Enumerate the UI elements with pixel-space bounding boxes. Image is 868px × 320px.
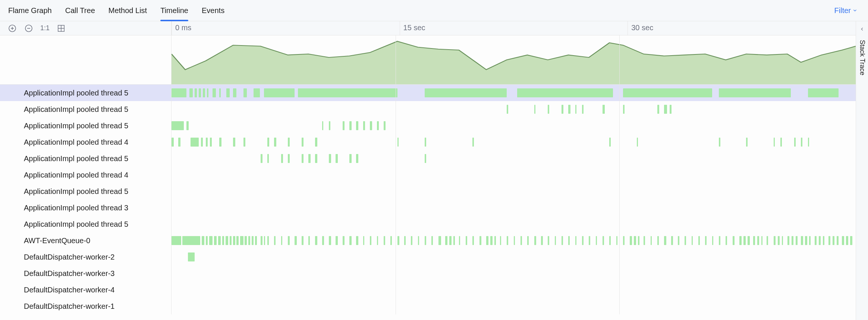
thread-lane[interactable] — [172, 265, 856, 282]
activity-segment — [582, 236, 584, 245]
activity-segment — [356, 236, 358, 245]
thread-row[interactable]: ApplicationImpl pooled thread 5 — [0, 101, 856, 117]
activity-segment — [527, 236, 529, 245]
thread-row[interactable]: ApplicationImpl pooled thread 4 — [0, 134, 856, 150]
activity-segment — [189, 88, 193, 97]
activity-segment — [507, 236, 508, 245]
scale-one-to-one-button[interactable]: 1:1 — [40, 24, 50, 32]
activity-segment — [833, 236, 835, 245]
activity-segment — [261, 236, 263, 245]
thread-row[interactable]: ApplicationImpl pooled thread 5 — [0, 150, 856, 167]
activity-segment — [517, 88, 613, 97]
tab-call-tree[interactable]: Call Tree — [65, 0, 95, 21]
thread-label[interactable]: ApplicationImpl pooled thread 5 — [0, 117, 172, 134]
thread-lane[interactable] — [172, 150, 856, 167]
activity-segment — [411, 236, 412, 245]
activity-segment — [748, 236, 750, 245]
activity-segment — [596, 236, 597, 245]
tab-method-list[interactable]: Method List — [108, 0, 147, 21]
thread-row[interactable]: DefaultDispatcher-worker-4 — [0, 282, 856, 298]
activity-segment — [172, 121, 184, 130]
thread-lane[interactable] — [172, 232, 856, 249]
thread-row[interactable]: AWT-EventQueue-0 — [0, 232, 856, 249]
activity-segment — [219, 138, 221, 147]
zoom-in-button[interactable] — [7, 23, 17, 33]
stack-trace-side-tab[interactable]: Stack Trace — [856, 21, 868, 320]
activity-segment — [438, 236, 441, 245]
activity-segment — [425, 236, 426, 245]
thread-row[interactable]: ApplicationImpl pooled thread 4 — [0, 167, 856, 183]
thread-lane[interactable] — [172, 85, 856, 101]
thread-label[interactable]: ApplicationImpl pooled thread 5 — [0, 150, 172, 167]
thread-lane[interactable] — [172, 298, 856, 314]
thread-row[interactable]: DefaultDispatcher-worker-1 — [0, 298, 856, 314]
activity-segment — [349, 154, 352, 163]
overview-chart[interactable] — [172, 35, 856, 84]
activity-segment — [288, 154, 290, 163]
thread-row[interactable]: ApplicationImpl pooled thread 5 — [0, 216, 856, 232]
time-ruler[interactable]: 0 ms15 sec30 sec — [172, 21, 856, 35]
activity-segment — [315, 154, 317, 163]
activity-segment — [336, 154, 338, 163]
activity-segment — [384, 236, 385, 245]
activity-segment — [252, 236, 254, 245]
thread-label[interactable]: DefaultDispatcher-worker-2 — [0, 249, 172, 265]
thread-row[interactable]: DefaultDispatcher-worker-3 — [0, 265, 856, 282]
thread-row[interactable]: ApplicationImpl pooled thread 3 — [0, 200, 856, 216]
activity-segment — [767, 236, 768, 245]
activity-segment — [349, 236, 352, 245]
thread-lane[interactable] — [172, 183, 856, 200]
thread-label[interactable]: ApplicationImpl pooled thread 5 — [0, 183, 172, 200]
thread-lane[interactable] — [172, 216, 856, 232]
thread-label[interactable]: AWT-EventQueue-0 — [0, 232, 172, 249]
thread-lane[interactable] — [172, 101, 856, 117]
activity-segment — [685, 236, 686, 245]
tab-events[interactable]: Events — [202, 0, 224, 21]
tab-flame-graph[interactable]: Flame Graph — [8, 0, 52, 21]
thread-label[interactable]: ApplicationImpl pooled thread 5 — [0, 216, 172, 232]
thread-label[interactable]: DefaultDispatcher-worker-4 — [0, 282, 172, 298]
thread-label[interactable]: ApplicationImpl pooled thread 5 — [0, 101, 172, 117]
thread-label[interactable]: ApplicationImpl pooled thread 4 — [0, 134, 172, 150]
activity-segment — [210, 138, 212, 147]
thread-lane[interactable] — [172, 200, 856, 216]
thread-lane[interactable] — [172, 282, 856, 298]
thread-lane[interactable] — [172, 167, 856, 183]
thread-label[interactable]: ApplicationImpl pooled thread 4 — [0, 167, 172, 183]
overview-row — [0, 35, 856, 85]
thread-label[interactable]: DefaultDispatcher-worker-1 — [0, 298, 172, 314]
thread-lane[interactable] — [172, 134, 856, 150]
thread-row[interactable]: ApplicationImpl pooled thread 5 — [0, 183, 856, 200]
activity-segment — [657, 236, 659, 245]
tab-timeline[interactable]: Timeline — [160, 0, 188, 21]
thread-label[interactable]: ApplicationImpl pooled thread 3 — [0, 200, 172, 216]
activity-segment — [757, 236, 760, 245]
thread-row[interactable]: DefaultDispatcher-worker-2 — [0, 249, 856, 265]
activity-segment — [796, 236, 798, 245]
activity-segment — [472, 138, 474, 147]
activity-segment — [562, 105, 564, 114]
activity-segment — [805, 236, 807, 245]
activity-segment — [206, 236, 208, 245]
activity-segment — [384, 121, 386, 130]
ruler-tick — [400, 21, 400, 35]
activity-segment — [534, 105, 536, 114]
thread-row[interactable]: ApplicationImpl pooled thread 5 — [0, 117, 856, 134]
thread-row[interactable]: ApplicationImpl pooled thread 5 — [0, 85, 856, 101]
activity-segment — [823, 236, 824, 245]
activity-segment — [363, 236, 365, 245]
thread-lane[interactable] — [172, 117, 856, 134]
zoom-out-button[interactable] — [24, 23, 34, 33]
activity-segment — [692, 236, 693, 245]
filter-dropdown[interactable]: Filter — [834, 6, 860, 15]
thread-lane[interactable] — [172, 249, 856, 265]
activity-segment — [191, 138, 199, 147]
activity-segment — [719, 88, 791, 97]
activity-segment — [562, 236, 563, 245]
activity-segment — [472, 236, 474, 245]
thread-label[interactable]: ApplicationImpl pooled thread 5 — [0, 85, 172, 101]
thread-label[interactable]: DefaultDispatcher-worker-3 — [0, 265, 172, 282]
activity-segment — [815, 236, 817, 245]
activity-segment — [801, 138, 802, 147]
layout-button[interactable] — [56, 23, 66, 33]
